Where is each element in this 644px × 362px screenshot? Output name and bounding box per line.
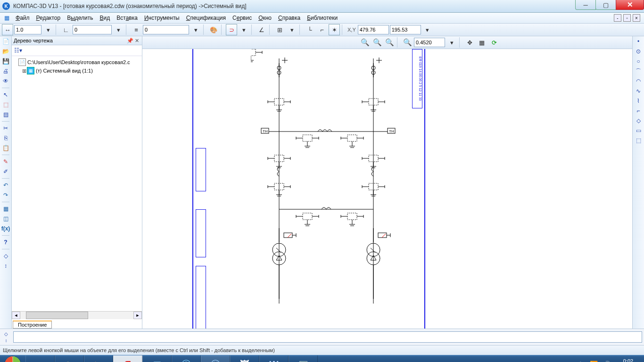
close-button[interactable]: ✕ <box>616 0 644 10</box>
r-tool11-icon[interactable]: ⬚ <box>634 136 643 145</box>
coord-x-input[interactable] <box>358 25 389 34</box>
help-icon[interactable]: ? <box>1 238 10 247</box>
ortho2-icon[interactable]: ⌐ <box>316 24 328 35</box>
r-tool10-icon[interactable]: ▭ <box>634 126 643 135</box>
step-input[interactable] <box>14 25 41 34</box>
start-button[interactable] <box>0 355 25 362</box>
tree-mode-icon[interactable]: ☷▾ <box>14 46 22 55</box>
save-icon[interactable]: 💾 <box>1 57 10 66</box>
menu-tools[interactable]: Инструменты <box>141 14 183 22</box>
copy-icon[interactable]: ⎘ <box>1 134 10 142</box>
style-input[interactable] <box>143 25 189 34</box>
coord-y-input[interactable] <box>390 25 421 34</box>
tree-view-row[interactable]: ⊞ ▦ (т) Системный вид (1:1) <box>13 66 141 75</box>
coord-dropdown-icon[interactable]: ▾ <box>422 24 433 35</box>
angle-dropdown-icon[interactable]: ▾ <box>113 24 124 35</box>
cmd-icon2[interactable]: ↕ <box>2 337 10 343</box>
pointer-icon[interactable]: ↖ <box>1 90 10 99</box>
mdi-close-button[interactable]: × <box>633 14 640 22</box>
palette-icon[interactable]: 🎨 <box>208 24 219 35</box>
task-explorer-icon[interactable]: 🗂 <box>55 355 84 362</box>
tree-file-row[interactable]: 📄 C:\Users\User\Desktop\готовая курсовая… <box>13 58 141 66</box>
cut-icon[interactable]: ✂ <box>1 124 10 132</box>
scroll-right-icon[interactable]: ► <box>133 312 142 319</box>
r-tool6-icon[interactable]: ∿ <box>634 87 643 95</box>
snap1-icon[interactable]: ∠ <box>256 24 267 35</box>
maximize-button[interactable]: ▢ <box>595 0 616 10</box>
redo-icon[interactable]: ↷ <box>1 191 10 199</box>
task-photos-icon[interactable]: 🖼 <box>230 355 259 362</box>
pan-icon[interactable]: ✥ <box>464 37 475 48</box>
zoom-input[interactable] <box>414 38 445 47</box>
style-icon[interactable]: ≡ <box>131 24 142 35</box>
minimize-button[interactable]: ─ <box>575 0 596 10</box>
tab-construction[interactable]: Построение <box>13 321 52 329</box>
menu-select[interactable]: Выделить <box>64 14 96 22</box>
menu-editor[interactable]: Редактор <box>33 14 64 22</box>
r-tool3-icon[interactable]: ○ <box>634 57 643 66</box>
undo-icon[interactable]: ↶ <box>1 181 10 189</box>
task-mail-icon[interactable]: ✉ <box>142 355 172 362</box>
menu-file[interactable]: Файл <box>12 14 33 22</box>
mdi-minimize-button[interactable]: - <box>614 14 621 22</box>
pin-icon[interactable]: 📌 <box>127 38 133 44</box>
select-tool-icon[interactable]: ⬚ <box>1 100 10 109</box>
r-tool1-icon[interactable]: • <box>634 37 643 46</box>
tray-clock[interactable]: 0:02 21.12.2012 <box>615 358 641 362</box>
command-input[interactable] <box>13 331 642 343</box>
scroll-left-icon[interactable]: ◄ <box>12 312 20 319</box>
geom-icon[interactable]: ◇ <box>1 252 10 260</box>
menu-service[interactable]: Сервис <box>229 14 255 22</box>
zoom-out-icon[interactable]: 🔍 <box>384 37 395 48</box>
eraser-icon[interactable]: ✐ <box>1 167 10 176</box>
dim-icon[interactable]: ↕ <box>1 262 10 270</box>
menu-insert[interactable]: Вставка <box>113 14 141 22</box>
task-word-icon[interactable]: W <box>259 355 289 362</box>
tree-close-icon[interactable]: ✕ <box>133 38 140 44</box>
zoom-fit-icon[interactable]: 🔍 <box>402 37 413 48</box>
zoom-in-icon[interactable]: 🔍 <box>359 37 371 48</box>
doc-icon[interactable]: ▦ <box>3 14 10 22</box>
lib1-icon[interactable]: ▦ <box>1 205 10 213</box>
refresh-icon[interactable]: ⟳ <box>488 37 500 48</box>
task-kompas-icon[interactable]: Ⓚ <box>201 355 230 362</box>
ortho1-icon[interactable]: └ <box>304 24 315 35</box>
layers-icon[interactable]: ▤ <box>1 110 10 119</box>
r-tool8-icon[interactable]: ⌐ <box>634 107 643 115</box>
step-dropdown-icon[interactable]: ▾ <box>42 24 54 35</box>
new-doc-icon[interactable]: 📄 <box>1 37 10 46</box>
menu-window[interactable]: Окно <box>255 14 275 22</box>
r-tool4-icon[interactable]: ⌒ <box>634 67 643 75</box>
zoom-dropdown-icon[interactable]: ▾ <box>446 37 457 48</box>
r-tool2-icon[interactable]: ⊙ <box>634 47 643 56</box>
magnet-dropdown-icon[interactable]: ▾ <box>238 24 249 35</box>
print-icon[interactable]: 🖨 <box>1 67 10 75</box>
angle-icon[interactable]: ∟ <box>60 24 72 35</box>
paste-icon[interactable]: 📋 <box>1 144 10 152</box>
drawing-canvas[interactable]: ЕФ 019 14.06.06 2 5 12 11 33 <box>142 49 632 329</box>
task-ie-icon[interactable]: e <box>25 355 55 362</box>
task-yandex-icon[interactable]: Я <box>113 355 142 362</box>
task-skype-icon[interactable]: Ⓢ <box>172 355 201 362</box>
brush-icon[interactable]: ✎ <box>1 157 10 166</box>
angle-input[interactable] <box>73 25 112 34</box>
tree-hscrollbar[interactable]: ◄ ► <box>12 311 142 319</box>
menu-libs[interactable]: Библиотеки <box>304 14 341 22</box>
expand-icon[interactable]: ⊞ <box>21 68 27 74</box>
cmd-icon1[interactable]: ◇ <box>2 331 10 337</box>
snap-active-icon[interactable]: ✶ <box>329 24 340 35</box>
open-icon[interactable]: 📂 <box>1 47 10 56</box>
r-tool7-icon[interactable]: ⌇ <box>634 97 643 105</box>
lib2-icon[interactable]: ◫ <box>1 214 10 223</box>
task-unknown-icon[interactable]: 💻 <box>289 355 318 362</box>
grid-dropdown-icon[interactable]: ▾ <box>286 24 297 35</box>
grid-icon[interactable]: ⊞ <box>274 24 285 35</box>
r-tool9-icon[interactable]: ◇ <box>634 116 643 125</box>
scroll-thumb[interactable] <box>26 312 88 319</box>
preview-icon[interactable]: 👁 <box>1 77 10 85</box>
style-dropdown-icon[interactable]: ▾ <box>190 24 201 35</box>
menu-spec[interactable]: Спецификация <box>183 14 229 22</box>
task-media-icon[interactable]: ▶ <box>84 355 113 362</box>
fx-icon[interactable]: f(x) <box>1 224 10 233</box>
menu-view[interactable]: Вид <box>97 14 114 22</box>
